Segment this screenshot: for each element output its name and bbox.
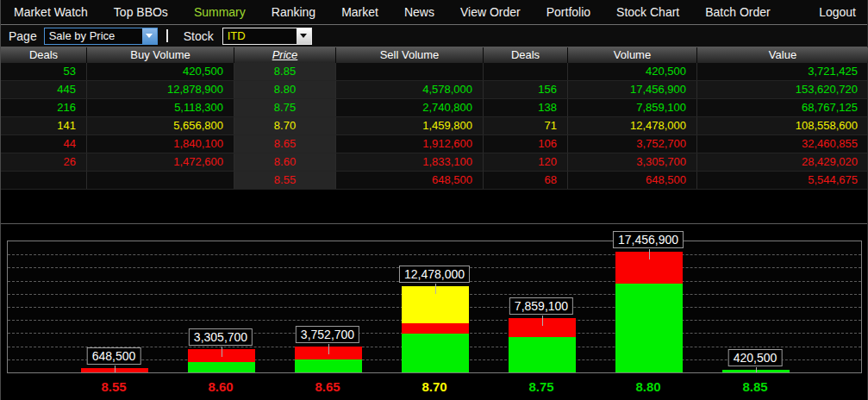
cell-buy-volume-1: 5,656,800 xyxy=(87,117,234,134)
bar-total-label-8.75: 7,859,100 xyxy=(509,297,573,315)
cell-price-2: 8.80 xyxy=(234,81,336,98)
menu-bar: Market WatchTop BBOsSummaryRankingMarket… xyxy=(1,0,867,24)
menu-item-market[interactable]: Market xyxy=(328,0,391,24)
bar-buy-volume-8.65 xyxy=(295,359,362,372)
table-row-price-8.85[interactable]: 53420,5008.85420,5003,721,425 xyxy=(1,63,867,81)
cell-sell-volume-3: 648,500 xyxy=(336,172,484,189)
bar-label-tick xyxy=(115,366,116,373)
table-row-price-8.80[interactable]: 44512,878,9008.804,578,00015617,456,9001… xyxy=(1,81,867,99)
table-row-price-8.60[interactable]: 261,472,6008.601,833,1001203,305,70028,4… xyxy=(1,153,867,172)
stock-select[interactable]: ITD xyxy=(222,28,312,45)
cell-value-6: 108,558,600 xyxy=(697,117,868,134)
stock-select-arrow[interactable] xyxy=(297,28,311,44)
bar-label-tick xyxy=(649,249,650,259)
toolbar: Page Sale by Price Stock ITD xyxy=(1,24,867,47)
page-select-value: Sale by Price xyxy=(45,29,142,42)
cell-deals-0: 53 xyxy=(1,63,87,80)
cell-deals-4: 71 xyxy=(484,117,568,134)
cell-deals-0: 26 xyxy=(1,153,87,171)
menu-item-market-watch[interactable]: Market Watch xyxy=(1,0,101,24)
bar-total-label-8.55: 648,500 xyxy=(87,347,141,365)
cell-price-2: 8.60 xyxy=(234,153,336,171)
page-label: Page xyxy=(1,29,44,43)
menu-item-logout[interactable]: Logout xyxy=(806,0,867,24)
x-axis-label-8.85: 8.85 xyxy=(742,379,767,394)
cell-deals-0: 216 xyxy=(1,99,87,116)
cell-price-2: 8.70 xyxy=(234,117,336,134)
table-row-price-8.75[interactable]: 2165,118,3008.752,740,8001387,859,10068,… xyxy=(1,99,867,117)
cell-sell-volume-3: 4,578,000 xyxy=(336,81,484,98)
cell-price-2: 8.85 xyxy=(234,63,336,80)
menu-items: Market WatchTop BBOsSummaryRankingMarket… xyxy=(1,0,784,24)
bar-total-label-8.85: 420,500 xyxy=(728,349,783,366)
cell-buy-volume-1: 5,118,300 xyxy=(87,99,234,116)
menu-item-stock-chart[interactable]: Stock Chart xyxy=(603,0,692,24)
cell-sell-volume-3 xyxy=(336,63,484,80)
cell-volume-5: 648,500 xyxy=(568,172,697,189)
table-row-price-8.65[interactable]: 441,840,1008.651,912,6001063,752,70032,4… xyxy=(1,135,867,153)
cell-value-6: 3,721,425 xyxy=(697,63,868,80)
cell-value-6: 32,460,855 xyxy=(697,135,868,153)
x-axis-label-8.70: 8.70 xyxy=(422,379,446,394)
menu-item-summary[interactable]: Summary xyxy=(181,0,259,24)
cell-deals-4 xyxy=(484,63,568,80)
chart-x-axis: 8.558.608.658.708.758.808.85 xyxy=(7,377,862,399)
bar-label-tick xyxy=(328,344,329,354)
menu-item-top-bbos[interactable]: Top BBOs xyxy=(101,0,181,24)
cell-buy-volume-1: 1,840,100 xyxy=(87,135,234,153)
page-select[interactable]: Sale by Price xyxy=(44,28,158,45)
sale-by-price-table: DealsBuy VolumePriceSell VolumeDealsVolu… xyxy=(1,47,867,190)
cell-price-2: 8.65 xyxy=(234,135,336,153)
bar-label-tick xyxy=(435,284,436,294)
cell-price-2: 8.55 xyxy=(234,172,336,189)
cell-deals-0: 445 xyxy=(1,81,87,98)
stock-label: Stock xyxy=(176,29,221,43)
x-axis-label-8.75: 8.75 xyxy=(528,379,553,394)
cell-deals-4: 156 xyxy=(484,81,568,98)
bar-buy-volume-8.70 xyxy=(402,334,469,372)
column-header-value-6[interactable]: Value xyxy=(697,47,868,63)
cell-volume-5: 12,478,000 xyxy=(568,117,697,134)
menu-item-view-order[interactable]: View Order xyxy=(447,0,534,24)
bar-label-tick xyxy=(756,367,757,373)
table-row-price-8.55[interactable]: 8.55648,50068648,5005,544,675 xyxy=(1,172,867,190)
menu-item-batch-order[interactable]: Batch Order xyxy=(692,0,783,24)
column-header-deals-0[interactable]: Deals xyxy=(1,47,87,63)
x-axis-label-8.60: 8.60 xyxy=(208,379,233,394)
cell-sell-volume-3: 1,459,800 xyxy=(336,117,484,134)
cell-buy-volume-1 xyxy=(87,172,234,189)
column-header-buy-volume-1[interactable]: Buy Volume xyxy=(87,47,234,63)
x-axis-label-8.65: 8.65 xyxy=(315,379,340,394)
trading-app-window: Market WatchTop BBOsSummaryRankingMarket… xyxy=(0,0,868,400)
bar-total-label-8.70: 12,478,000 xyxy=(399,266,470,283)
menu-item-portfolio[interactable]: Portfolio xyxy=(534,0,603,24)
cell-value-6: 28,429,020 xyxy=(697,153,868,171)
menu-item-news[interactable]: News xyxy=(391,0,447,24)
table-row-price-8.70[interactable]: 1415,656,8008.701,459,8007112,478,000108… xyxy=(1,117,867,135)
column-header-price-2[interactable]: Price xyxy=(234,47,336,63)
bar-buy-volume-8.80 xyxy=(615,284,683,372)
cell-volume-5: 420,500 xyxy=(568,63,697,80)
bar-label-tick xyxy=(222,347,222,357)
page-select-arrow[interactable] xyxy=(142,28,157,44)
cell-deals-4: 68 xyxy=(484,172,568,189)
cell-sell-volume-3: 2,740,800 xyxy=(336,99,484,116)
bar-buy-volume-8.60 xyxy=(188,362,255,372)
cell-value-6: 153,620,720 xyxy=(697,81,868,98)
cell-deals-4: 138 xyxy=(484,99,568,116)
volume-by-price-chart: 648,5003,305,7003,752,70012,478,0007,859… xyxy=(1,223,867,400)
cell-deals-4: 106 xyxy=(484,135,568,153)
x-axis-label-8.80: 8.80 xyxy=(635,379,660,394)
cell-deals-0: 44 xyxy=(1,135,87,153)
cell-volume-5: 3,752,700 xyxy=(568,135,697,153)
bar-sell-volume-8.70 xyxy=(402,323,469,334)
cell-sell-volume-3: 1,912,600 xyxy=(336,135,484,153)
cell-value-6: 5,544,675 xyxy=(697,172,868,189)
cell-price-2: 8.75 xyxy=(234,99,336,116)
menu-item-ranking[interactable]: Ranking xyxy=(259,0,328,24)
bar-total-label-8.80: 17,456,900 xyxy=(613,231,684,248)
column-header-volume-5[interactable]: Volume xyxy=(568,47,697,63)
column-header-deals-4[interactable]: Deals xyxy=(484,47,568,63)
column-header-sell-volume-3[interactable]: Sell Volume xyxy=(336,47,484,63)
stock-select-value: ITD xyxy=(223,29,297,42)
